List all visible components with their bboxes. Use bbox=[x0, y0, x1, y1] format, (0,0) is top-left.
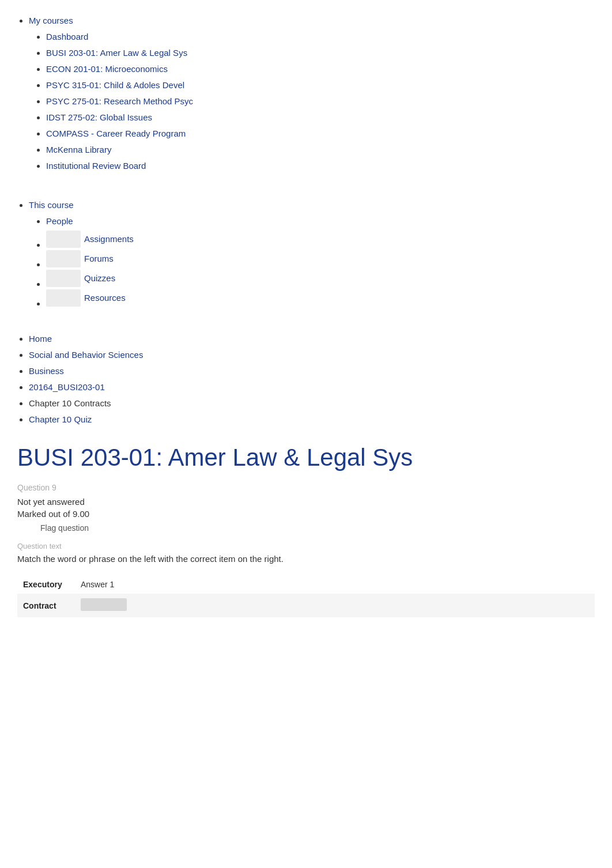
nav-compass[interactable]: COMPASS - Career Ready Program bbox=[46, 127, 595, 141]
my-courses-link[interactable]: My courses bbox=[29, 16, 73, 25]
nav-econ201[interactable]: ECON 201-01: Microeconomics bbox=[46, 62, 595, 76]
my-courses-submenu: Dashboard BUSI 203-01: Amer Law & Legal … bbox=[29, 30, 595, 173]
nav-quizzes[interactable]: Quizzes bbox=[46, 270, 595, 287]
question-header: Question 9 bbox=[17, 483, 595, 492]
busi203-link[interactable]: BUSI 203-01: Amer Law & Legal Sys bbox=[46, 48, 187, 58]
nav-resources[interactable]: Resources bbox=[46, 289, 595, 307]
match-select-1[interactable] bbox=[75, 594, 595, 617]
question-body: Match the word or phrase on the left wit… bbox=[17, 554, 595, 564]
breadcrumb-chapter10-quiz[interactable]: Chapter 10 Quiz bbox=[29, 413, 595, 427]
nav-people[interactable]: People bbox=[46, 214, 595, 228]
match-table: Executory Answer 1 Contract bbox=[17, 575, 595, 617]
nav-idst275[interactable]: IDST 275-02: Global Issues bbox=[46, 111, 595, 124]
assignments-link[interactable]: Assignments bbox=[84, 232, 134, 246]
mckenna-link[interactable]: McKenna Library bbox=[46, 145, 111, 154]
this-course-item[interactable]: This course People Assignments Forums bbox=[29, 198, 595, 307]
nav-forums[interactable]: Forums bbox=[46, 250, 595, 267]
nav-mckenna[interactable]: McKenna Library bbox=[46, 143, 595, 157]
forums-link[interactable]: Forums bbox=[84, 252, 114, 266]
psyc275-link[interactable]: PSYC 275-01: Research Method Psyc bbox=[46, 96, 193, 106]
assignments-icon bbox=[46, 231, 81, 248]
breadcrumb-business[interactable]: Business bbox=[29, 364, 595, 378]
nav-psyc315[interactable]: PSYC 315-01: Child & Adoles Devel bbox=[46, 78, 595, 92]
question-section: Question 9 Not yet answered Marked out o… bbox=[17, 483, 595, 617]
table-row: Contract bbox=[17, 594, 595, 617]
quizzes-item: Quizzes bbox=[46, 270, 595, 287]
breadcrumb-chapter10-contracts: Chapter 10 Contracts bbox=[29, 397, 595, 410]
question-status-marked: Marked out of 9.00 bbox=[17, 509, 595, 519]
quizzes-icon bbox=[46, 270, 81, 287]
forums-item: Forums bbox=[46, 250, 595, 267]
econ201-link[interactable]: ECON 201-01: Microeconomics bbox=[46, 64, 168, 74]
resources-item: Resources bbox=[46, 289, 595, 307]
my-courses-item[interactable]: My courses Dashboard BUSI 203-01: Amer L… bbox=[29, 14, 595, 173]
resources-link[interactable]: Resources bbox=[84, 291, 126, 305]
people-link[interactable]: People bbox=[46, 216, 73, 226]
match-left-1: Contract bbox=[17, 594, 75, 617]
nav-assignments[interactable]: Assignments bbox=[46, 231, 595, 248]
psyc315-link[interactable]: PSYC 315-01: Child & Adoles Devel bbox=[46, 80, 184, 90]
question-status-not-answered: Not yet answered bbox=[17, 497, 595, 507]
nav-irb[interactable]: Institutional Review Board bbox=[46, 159, 595, 173]
nav-psyc275[interactable]: PSYC 275-01: Research Method Psyc bbox=[46, 95, 595, 108]
dashboard-link[interactable]: Dashboard bbox=[46, 32, 88, 41]
match-left-0: Executory bbox=[17, 575, 75, 594]
answer-dropdown-1[interactable] bbox=[81, 598, 127, 611]
breadcrumb: Home Social and Behavior Sciences Busine… bbox=[17, 332, 595, 427]
breadcrumb-home[interactable]: Home bbox=[29, 332, 595, 346]
irb-link[interactable]: Institutional Review Board bbox=[46, 161, 146, 171]
breadcrumb-course-id[interactable]: 20164_BUSI203-01 bbox=[29, 380, 595, 394]
assignments-item: Assignments bbox=[46, 231, 595, 248]
resources-icon bbox=[46, 289, 81, 307]
flag-question-button[interactable]: Flag question bbox=[17, 521, 595, 535]
compass-link[interactable]: COMPASS - Career Ready Program bbox=[46, 129, 186, 138]
this-course-link[interactable]: This course bbox=[29, 200, 74, 210]
this-course-submenu: People Assignments Forums bbox=[29, 214, 595, 307]
match-answer-0: Answer 1 bbox=[75, 575, 595, 594]
nav-busi203[interactable]: BUSI 203-01: Amer Law & Legal Sys bbox=[46, 46, 595, 60]
breadcrumb-social[interactable]: Social and Behavior Sciences bbox=[29, 348, 595, 362]
question-text-label: Question text bbox=[17, 542, 595, 550]
nav-dashboard[interactable]: Dashboard bbox=[46, 30, 595, 44]
my-courses-section: My courses Dashboard BUSI 203-01: Amer L… bbox=[17, 14, 595, 173]
forums-icon bbox=[46, 250, 81, 267]
table-row: Executory Answer 1 bbox=[17, 575, 595, 594]
idst275-link[interactable]: IDST 275-02: Global Issues bbox=[46, 112, 152, 122]
page-title: BUSI 203-01: Amer Law & Legal Sys bbox=[17, 444, 595, 471]
quizzes-link[interactable]: Quizzes bbox=[84, 271, 115, 285]
this-course-section: This course People Assignments Forums bbox=[17, 198, 595, 307]
